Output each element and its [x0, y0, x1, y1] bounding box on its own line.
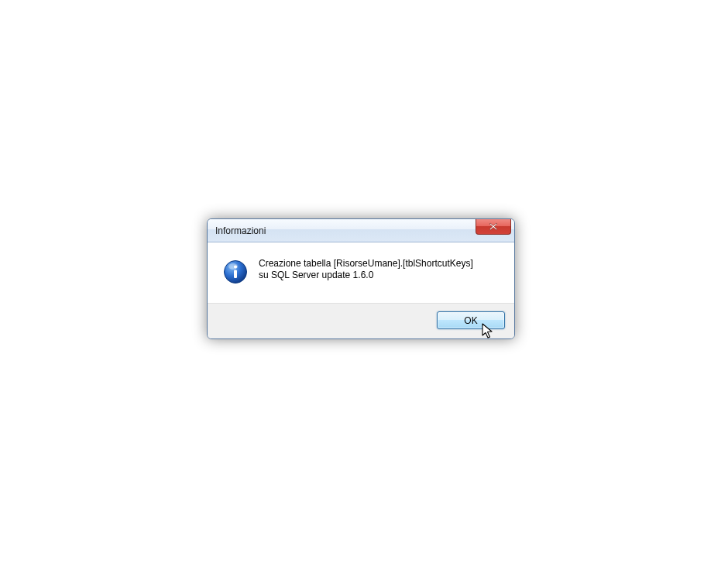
titlebar[interactable]: Informazioni [208, 219, 514, 242]
svg-rect-3 [234, 270, 237, 279]
dialog-footer: OK [208, 303, 514, 338]
dialog-message: Creazione tabella [RisorseUmane].[tblSho… [259, 258, 473, 281]
close-button[interactable] [476, 218, 511, 235]
dialog-content: Creazione tabella [RisorseUmane].[tblSho… [208, 242, 514, 303]
close-icon [489, 222, 498, 231]
message-line-1: Creazione tabella [RisorseUmane].[tblSho… [259, 258, 473, 270]
ok-button[interactable]: OK [437, 311, 505, 329]
message-line-2: su SQL Server update 1.6.0 [259, 270, 473, 281]
svg-point-2 [234, 265, 237, 268]
dialog-title: Informazioni [215, 225, 266, 236]
info-icon [223, 259, 248, 284]
info-dialog: Informazioni [207, 218, 515, 339]
